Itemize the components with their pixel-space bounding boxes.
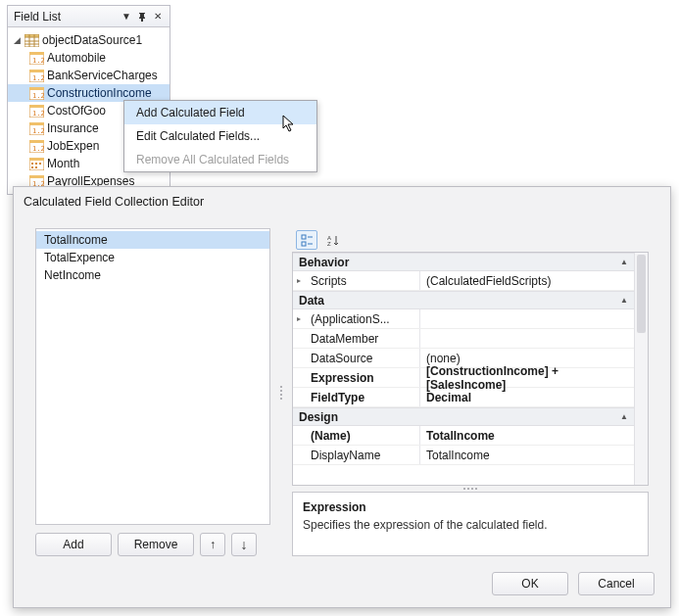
field-node[interactable]: 1.2Automobile [8,49,170,67]
field-label: ConstructionIncome [47,86,152,100]
svg-rect-1 [24,34,39,37]
property-row[interactable]: DisplayNameTotalIncome [293,446,634,465]
svg-rect-30 [35,166,37,168]
svg-rect-26 [31,163,33,165]
calendar-icon [29,158,44,170]
property-row[interactable]: DataMember [293,329,634,349]
property-side: AZ Behavior▲▸Scripts(CalculatedFieldScri… [292,228,649,556]
property-key: DataMember [293,329,420,348]
property-key: ▸Scripts [293,271,420,290]
svg-rect-22 [29,140,44,143]
property-value[interactable]: TotalIncome [420,426,634,445]
svg-rect-27 [35,163,37,165]
field-label: Automobile [47,51,106,65]
svg-text:1.2: 1.2 [32,145,44,153]
collapse-icon: ▲ [620,412,628,421]
pin-icon[interactable] [134,9,150,24]
svg-rect-28 [39,163,41,165]
data-source-label: objectDataSource1 [42,33,142,47]
list-item[interactable]: TotalExpence [36,249,269,266]
property-grid[interactable]: Behavior▲▸Scripts(CalculatedFieldScripts… [293,253,634,485]
description-text: Specifies the expression of the calculat… [303,518,638,532]
move-down-button[interactable]: ↓ [231,533,257,556]
property-row[interactable]: ▸Scripts(CalculatedFieldScripts) [293,271,634,291]
description-title: Expression [303,500,638,514]
list-item[interactable]: NetIncome [36,266,269,284]
property-value[interactable]: Decimal [420,388,634,406]
numeric-icon: 1.2 [29,70,44,82]
cancel-button[interactable]: Cancel [578,572,655,595]
property-row[interactable]: (Name)TotalIncome [293,426,634,446]
field-label: JobExpen [47,139,99,153]
expand-icon[interactable]: ▸ [297,314,301,323]
svg-rect-13 [29,87,44,90]
field-list-title: Field List [12,10,119,24]
property-key: FieldType [293,388,420,406]
add-button[interactable]: Add [35,533,112,556]
property-value[interactable]: (CalculatedFieldScripts) [420,271,634,290]
svg-text:1.2: 1.2 [32,110,44,118]
svg-rect-29 [31,166,33,168]
property-value[interactable] [420,329,634,348]
svg-rect-7 [29,52,44,55]
svg-text:1.2: 1.2 [32,92,44,100]
field-list-header: Field List ▼ ✕ [8,6,170,27]
property-key: Expression [293,368,420,387]
field-label: BankServiceCharges [47,69,158,82]
context-menu-item[interactable]: Add Calculated Field [124,101,316,124]
property-value[interactable]: TotalIncome [420,446,634,464]
expand-arrow-icon: ◢ [12,36,22,45]
field-node[interactable]: 1.2BankServiceCharges [8,67,170,84]
svg-text:1.2: 1.2 [32,57,44,65]
property-value[interactable] [420,309,634,328]
svg-rect-34 [302,235,306,239]
numeric-icon: 1.2 [29,122,44,135]
property-category[interactable]: Data▲ [293,291,634,309]
calc-field-listbox[interactable]: TotalIncomeTotalExpenceNetIncome [35,228,270,525]
list-item[interactable]: TotalIncome [36,231,269,249]
datasource-icon [24,34,39,47]
field-label: Month [47,157,79,170]
numeric-icon: 1.2 [29,105,44,118]
categorized-icon[interactable] [296,230,317,250]
property-key: DisplayName [293,446,420,464]
svg-text:1.2: 1.2 [32,74,44,82]
context-menu: Add Calculated FieldEdit Calculated Fiel… [123,100,317,172]
svg-text:Z: Z [327,241,331,247]
ok-button[interactable]: OK [492,572,568,595]
collapse-icon: ▲ [620,258,628,266]
expand-icon[interactable]: ▸ [297,276,301,285]
numeric-icon: 1.2 [29,87,44,100]
svg-rect-25 [29,158,44,161]
editor-title: Calculated Field Collection Editor [14,187,670,216]
property-key: DataSource [293,349,420,367]
dropdown-icon[interactable]: ▼ [119,9,134,24]
property-row[interactable]: ▸(ApplicationS... [293,309,634,329]
alphabetical-icon[interactable]: AZ [323,230,345,250]
calculated-field-editor: Calculated Field Collection Editor Total… [13,186,671,608]
data-source-node[interactable]: ◢ objectDataSource1 [8,31,170,49]
svg-rect-10 [29,70,44,72]
svg-text:1.2: 1.2 [32,127,44,135]
property-category[interactable]: Behavior▲ [293,253,634,271]
field-label: CostOfGoo [47,104,106,118]
property-value[interactable]: [ConstructionIncome] + [SalesIncome] [420,368,634,387]
numeric-icon: 1.2 [29,52,44,65]
property-row[interactable]: FieldTypeDecimal [293,388,634,407]
property-category[interactable]: Design▲ [293,407,634,426]
svg-rect-32 [29,175,44,178]
close-icon[interactable]: ✕ [150,9,166,24]
field-label: Insurance [47,121,99,135]
field-list-side: TotalIncomeTotalExpenceNetIncome Add Rem… [35,228,270,556]
svg-rect-16 [29,105,44,108]
property-scrollbar[interactable] [634,253,648,485]
move-up-button[interactable]: ↑ [200,533,225,556]
property-key: (Name) [293,426,420,445]
svg-rect-19 [29,122,44,125]
vertical-splitter[interactable] [278,228,284,556]
property-row[interactable]: Expression[ConstructionIncome] + [SalesI… [293,368,634,388]
description-panel: Expression Specifies the expression of t… [292,492,649,556]
remove-button[interactable]: Remove [118,533,194,556]
collapse-icon: ▲ [620,296,628,305]
context-menu-item[interactable]: Edit Calculated Fields... [124,124,316,148]
